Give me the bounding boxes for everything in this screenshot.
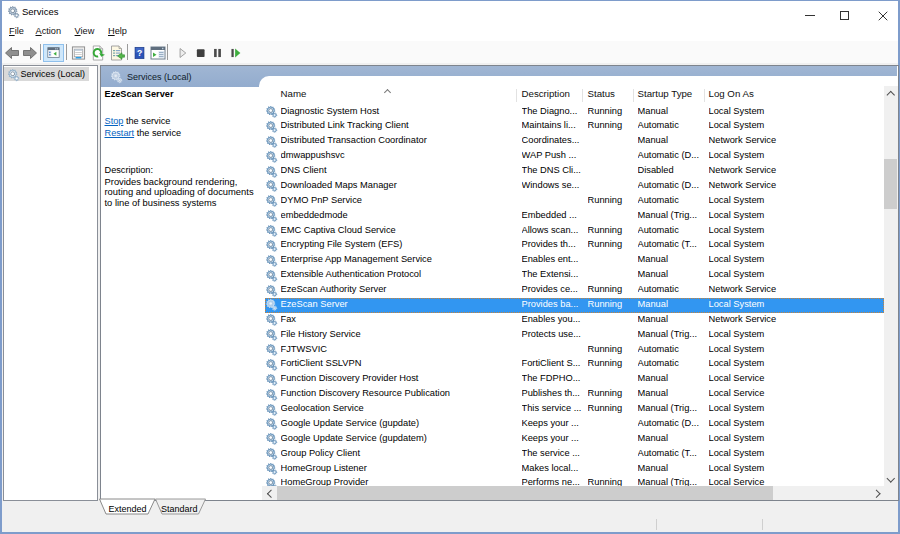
service-row-group-policy-client[interactable]: Group Policy ClientThe service ...Automa… — [265, 447, 884, 462]
service-row-embeddedmode[interactable]: embeddedmodeEmbedded ...Manual (Trig...L… — [265, 209, 884, 224]
cell-status — [588, 447, 637, 462]
service-row-function-discovery-resource-publication[interactable]: Function Discovery Resource PublicationP… — [265, 387, 884, 402]
vertical-scrollbar-thumb[interactable] — [884, 159, 897, 209]
cell-description: Embedded ... — [522, 209, 586, 224]
column-header-startup-type[interactable]: Startup Type — [638, 88, 693, 99]
service-row-geolocation-service[interactable]: Geolocation ServiceThis service ...Runni… — [265, 402, 884, 417]
cell-description: Coordinates... — [522, 134, 586, 149]
cell-log-on-as: Local System — [709, 268, 829, 283]
service-row-homegroup-provider[interactable]: HomeGroup ProviderPerforms ne...RunningM… — [265, 476, 884, 485]
forward-button[interactable] — [22, 45, 38, 61]
cell-status: Running — [588, 224, 637, 239]
scroll-up-icon[interactable] — [887, 90, 893, 96]
service-row-downloaded-maps-manager[interactable]: Downloaded Maps ManagerWindows se...Auto… — [265, 179, 884, 194]
service-row-emc-captiva-cloud-service[interactable]: EMC Captiva Cloud ServiceAllows scan...R… — [265, 224, 884, 239]
service-gear-icon — [265, 477, 278, 486]
stop-service-button[interactable] — [194, 45, 207, 61]
export-list-button[interactable] — [109, 45, 125, 61]
service-row-google-update-service-gupdate-[interactable]: Google Update Service (gupdate)Keeps you… — [265, 417, 884, 432]
cell-log-on-as: Local System — [709, 253, 829, 268]
service-row-google-update-service-gupdatem-[interactable]: Google Update Service (gupdatem)Keeps yo… — [265, 432, 884, 447]
cell-status — [588, 268, 637, 283]
service-gear-icon — [265, 194, 278, 208]
menu-help[interactable]: Help — [108, 26, 127, 36]
restart-service-button[interactable] — [229, 45, 242, 61]
column-header-status[interactable]: Status — [588, 88, 615, 99]
tree-item-services-local[interactable]: Services (Local) — [4, 67, 89, 81]
start-service-button[interactable] — [176, 45, 189, 61]
stop-service-link[interactable]: Stop — [105, 116, 124, 126]
cell-log-on-as: Local System — [709, 462, 829, 477]
service-row-diagnostic-system-host[interactable]: Diagnostic System HostThe Diagno...Runni… — [265, 105, 884, 120]
horizontal-scrollbar[interactable] — [262, 486, 884, 500]
help-button[interactable]: ? — [133, 45, 146, 61]
service-row-dmwappushsvc[interactable]: dmwappushsvcWAP Push ...Automatic (D...L… — [265, 149, 884, 164]
cell-status: Running — [588, 357, 637, 372]
service-row-extensible-authentication-protocol[interactable]: Extensible Authentication ProtocolThe Ex… — [265, 268, 884, 283]
show-hide-action-pane-button[interactable] — [150, 45, 166, 61]
service-gear-icon — [265, 343, 278, 357]
cell-description: Protects use... — [522, 328, 586, 343]
titlebar: Services — [2, 1, 898, 24]
restart-service-line: Restart the service — [105, 128, 182, 138]
service-row-distributed-transaction-coordinator[interactable]: Distributed Transaction CoordinatorCoord… — [265, 134, 884, 149]
service-row-fjtwsvic[interactable]: FJTWSVICRunningAutomaticLocal System — [265, 343, 884, 358]
service-gear-icon — [265, 358, 278, 372]
service-row-ezescan-authority-server[interactable]: EzeScan Authority ServerProvides ce...Ru… — [265, 283, 884, 298]
cell-startup-type: Disabled — [638, 164, 708, 179]
cell-status — [588, 313, 637, 328]
back-icon — [4, 45, 20, 61]
menu-view[interactable]: View — [75, 26, 95, 36]
stop-service-rest: the service — [123, 116, 170, 126]
cell-startup-type: Automatic (D... — [638, 179, 708, 194]
column-separator[interactable] — [704, 89, 705, 102]
menu-file[interactable]: File — [9, 26, 24, 36]
column-separator[interactable] — [633, 89, 634, 102]
cell-startup-type: Manual (Trig... — [638, 476, 708, 485]
cell-log-on-as: Local System — [709, 119, 829, 134]
service-row-function-discovery-provider-host[interactable]: Function Discovery Provider HostThe FDPH… — [265, 372, 884, 387]
column-header-name[interactable]: Name — [281, 88, 307, 99]
service-row-homegroup-listener[interactable]: HomeGroup ListenerMakes local...ManualLo… — [265, 462, 884, 477]
list-rows: Diagnostic System HostThe Diagno...Runni… — [265, 105, 884, 486]
scroll-right-icon[interactable] — [874, 490, 880, 496]
service-row-distributed-link-tracking-client[interactable]: Distributed Link Tracking ClientMaintain… — [265, 119, 884, 134]
cell-status: Running — [588, 402, 637, 417]
scroll-left-icon[interactable] — [266, 490, 272, 496]
show-hide-console-tree-button[interactable] — [43, 44, 64, 62]
vertical-scrollbar[interactable] — [884, 86, 898, 486]
cell-status: Running — [588, 105, 637, 120]
service-gear-icon — [265, 269, 278, 283]
cell-status: Running — [588, 194, 637, 209]
cell-startup-type: Manual — [638, 432, 708, 447]
service-row-encrypting-file-system-efs-[interactable]: Encrypting File System (EFS)Provides th.… — [265, 238, 884, 253]
service-gear-icon — [265, 417, 278, 431]
cell-startup-type: Manual (Trig... — [638, 402, 708, 417]
service-gear-icon — [265, 239, 278, 253]
service-row-forticlient-sslvpn[interactable]: FortiClient SSLVPNFortiClient S...Runnin… — [265, 357, 884, 372]
cell-name: Distributed Transaction Coordinator — [281, 134, 515, 149]
refresh-button[interactable] — [90, 45, 105, 61]
column-separator[interactable] — [582, 89, 583, 102]
service-row-fax[interactable]: FaxEnables you...ManualNetwork Service — [265, 313, 884, 328]
service-row-dymo-pnp-service[interactable]: DYMO PnP ServiceRunningAutomaticLocal Sy… — [265, 194, 884, 209]
minimize-button[interactable] — [791, 1, 821, 24]
service-row-enterprise-app-management-service[interactable]: Enterprise App Management ServiceEnables… — [265, 253, 884, 268]
column-header-description[interactable]: Description — [522, 88, 570, 99]
column-separator[interactable] — [516, 89, 517, 102]
cell-log-on-as: Network Service — [709, 164, 829, 179]
back-button[interactable] — [4, 45, 20, 61]
restart-service-link[interactable]: Restart — [105, 128, 135, 138]
cell-name: Distributed Link Tracking Client — [281, 119, 515, 134]
menu-action[interactable]: Action — [36, 26, 62, 36]
horizontal-scrollbar-thumb[interactable] — [277, 486, 773, 500]
pause-service-button[interactable] — [211, 45, 224, 61]
service-row-ezescan-server[interactable]: EzeScan ServerProvides ba...RunningManua… — [265, 298, 884, 313]
cell-name: Encrypting File System (EFS) — [281, 238, 515, 253]
scroll-down-icon[interactable] — [887, 476, 893, 482]
service-row-file-history-service[interactable]: File History ServiceProtects use...Manua… — [265, 328, 884, 343]
column-header-log-on-as[interactable]: Log On As — [709, 88, 754, 99]
service-row-dns-client[interactable]: DNS ClientThe DNS Cli...DisabledNetwork … — [265, 164, 884, 179]
properties-button[interactable] — [71, 45, 86, 61]
tab-standard-label: Standard — [161, 504, 198, 514]
